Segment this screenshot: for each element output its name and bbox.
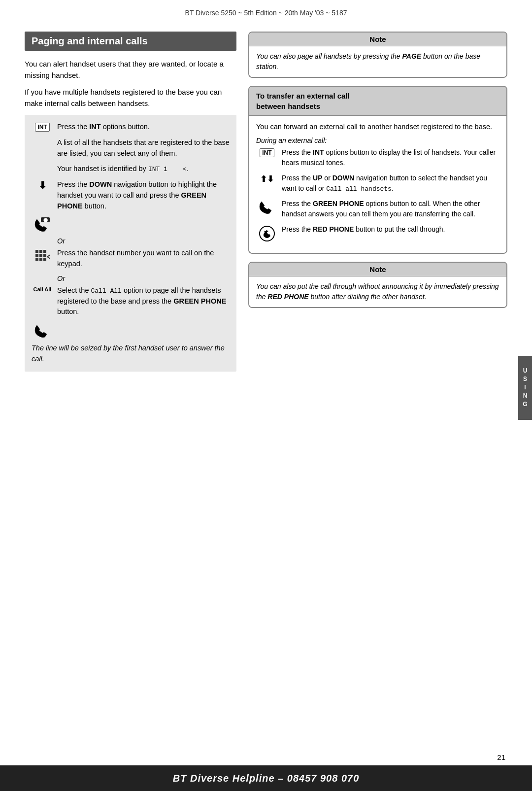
transfer-updown-row: ⬆⬇ Press the UP or DOWN navigation butto…	[256, 173, 499, 194]
note-header-2: Note	[249, 263, 506, 276]
green-phone-icon-1: ⬤	[34, 217, 51, 232]
note-body-1: You can also page all handsets by pressi…	[249, 46, 506, 77]
header-title: BT Diverse 5250 ~ 5th Edition ~ 20th May…	[185, 9, 347, 17]
instruction-phone-green-2	[32, 322, 230, 338]
transfer-green-phone-icon	[259, 200, 275, 214]
transfer-int-icon-cell: INT	[256, 147, 278, 157]
intro-text-1: You can alert handset users that they ar…	[25, 59, 236, 81]
green-phone-icon-2	[34, 323, 51, 338]
footer-text: BT Diverse Helpline – 08457 908 070	[173, 773, 360, 784]
transfer-int-icon: INT	[260, 148, 274, 157]
intro-text-2: If you have multiple handsets registered…	[25, 87, 236, 109]
down-instruction-text: Press the DOWN navigation button to high…	[57, 179, 230, 211]
keypad-icon	[34, 249, 50, 265]
transfer-green-phone-row: Press the GREEN PHONE options button to …	[256, 199, 499, 219]
note-body-2-text: You can also put the call through withou…	[256, 282, 499, 301]
main-content: Paging and internal calls You can alert …	[0, 22, 532, 372]
call-all-instruction-text: Select the Call All option to page all t…	[57, 285, 230, 317]
transfer-int-text: Press the INT options button to display …	[282, 147, 499, 168]
phone-green-icon-cell-1: ⬤	[32, 216, 53, 232]
or-text-2: Or	[57, 275, 230, 282]
page-footer: BT Diverse Helpline – 08457 908 070	[0, 765, 532, 791]
empty-icon-1	[32, 138, 53, 138]
instruction-call-all: Call All Select the Call All option to p…	[32, 285, 230, 317]
handset-id-value: INT 1 <	[148, 166, 187, 173]
left-column: Paging and internal calls You can alert …	[25, 32, 236, 372]
int-icon-cell: INT	[32, 122, 53, 132]
keypad-instruction-text: Press the handset number you want to cal…	[57, 248, 230, 270]
svg-rect-5	[35, 254, 38, 257]
note-body-1-text: You can also page all handsets by pressi…	[256, 52, 480, 70]
instruction-down: ⬇ Press the DOWN navigation button to hi…	[32, 179, 230, 211]
left-instructions-box: INT Press the INT options button. A list…	[25, 115, 236, 372]
note-box-2: Note You can also put the call through w…	[248, 262, 507, 308]
transfer-header: To transfer an external call between han…	[249, 87, 506, 116]
during-call-text: During an external call:	[256, 137, 499, 144]
down-arrow-icon: ⬇	[38, 180, 47, 190]
note-body-2: You can also put the call through withou…	[249, 276, 506, 307]
transfer-updown-text: Press the UP or DOWN navigation button t…	[282, 173, 499, 194]
transfer-red-phone-text: Press the RED PHONE button to put the ca…	[282, 224, 499, 235]
keypad-icon-cell	[32, 248, 53, 265]
svg-rect-9	[39, 258, 42, 261]
svg-rect-10	[43, 258, 46, 261]
call-all-icon-cell: Call All	[32, 285, 53, 292]
note-box-1: Note You can also page all handsets by p…	[248, 32, 507, 78]
page-number: 21	[497, 753, 505, 761]
call-all-icon: Call All	[33, 286, 52, 292]
right-column: Note You can also page all handsets by p…	[248, 32, 507, 372]
transfer-red-phone-row: Press the RED PHONE button to put the ca…	[256, 224, 499, 242]
transfer-green-phone-text: Press the GREEN PHONE options button to …	[282, 199, 499, 219]
empty-icon-2	[32, 164, 53, 165]
svg-rect-4	[43, 250, 46, 253]
transfer-header-line2: between handsets	[256, 102, 320, 110]
svg-rect-3	[39, 250, 42, 253]
call-all-handsets-value: Call all handsets	[326, 185, 392, 193]
transfer-header-line1: To transfer an external call	[256, 92, 350, 100]
transfer-intro-text: You can forward an external call to anot…	[256, 122, 499, 133]
transfer-red-phone-icon	[259, 225, 275, 242]
instruction-phone-green-1: ⬤	[32, 216, 230, 232]
transfer-updown-icon-cell: ⬆⬇	[256, 173, 278, 184]
transfer-int-row: INT Press the INT options button to disp…	[256, 147, 499, 168]
italic-note-text: The line will be seized by the first han…	[32, 344, 225, 363]
transfer-green-phone-icon-cell	[256, 199, 278, 214]
svg-rect-2	[35, 250, 38, 253]
updown-arrow-icon: ⬆⬇	[260, 174, 274, 184]
transfer-box: To transfer an external call between han…	[248, 86, 507, 254]
page-header: BT Diverse 5250 ~ 5th Edition ~ 20th May…	[0, 0, 532, 22]
down-arrow-icon-cell: ⬇	[32, 179, 53, 190]
note-header-1: Note	[249, 33, 506, 46]
transfer-red-phone-icon-cell	[256, 224, 278, 242]
list-instruction-text: A list of all the handsets that are regi…	[57, 138, 230, 159]
int-icon: INT	[35, 123, 49, 132]
handset-id-text: Your handset is identified by INT 1 <.	[57, 164, 230, 174]
int-instruction-text: Press the INT options button.	[57, 122, 230, 133]
instruction-handset-id: Your handset is identified by INT 1 <.	[32, 164, 230, 174]
svg-rect-6	[39, 254, 42, 257]
section-title: Paging and internal calls	[25, 32, 236, 51]
call-all-value: Call All	[91, 287, 122, 295]
svg-rect-8	[35, 258, 38, 261]
transfer-body: You can forward an external call to anot…	[249, 116, 506, 253]
side-tab-label: USING	[522, 367, 529, 409]
or-text-1: Or	[57, 237, 230, 245]
svg-text:⬤: ⬤	[43, 218, 48, 222]
italic-note-left: The line will be seized by the first han…	[32, 343, 230, 365]
svg-rect-7	[43, 254, 46, 257]
svg-line-12	[47, 257, 50, 259]
instruction-list: A list of all the handsets that are regi…	[32, 138, 230, 159]
instruction-int: INT Press the INT options button.	[32, 122, 230, 133]
instruction-keypad: Press the handset number you want to cal…	[32, 248, 230, 270]
phone-green-icon-cell-2	[32, 322, 53, 338]
side-tab: USING	[518, 356, 532, 420]
